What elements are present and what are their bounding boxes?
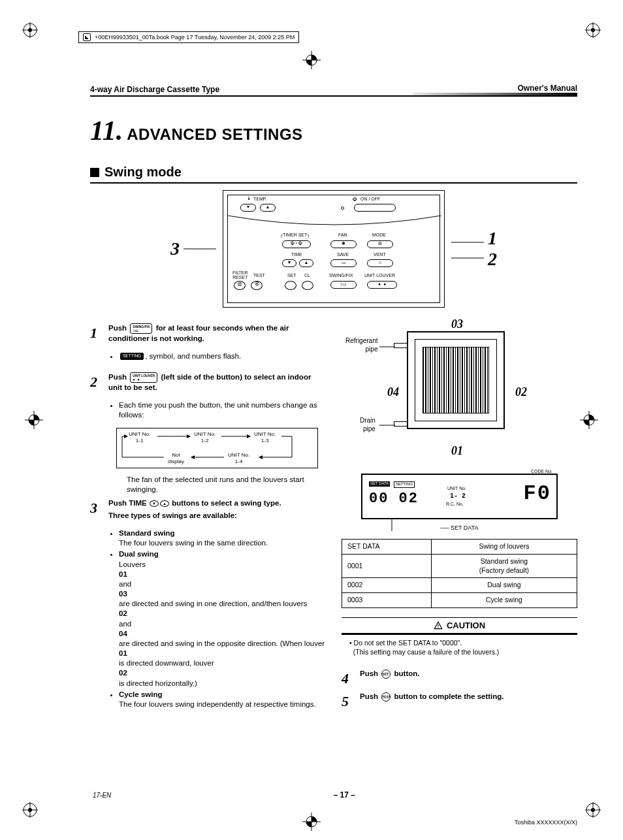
down-button-icon: ▼	[150, 500, 159, 507]
reg-mark	[585, 802, 601, 818]
louver-04: 04	[387, 385, 399, 400]
chapter-heading: 11. ADVANCED SETTINGS	[90, 115, 577, 146]
caution-box: CAUTION • Do not set the SET DATA to "00…	[342, 617, 577, 657]
header-right: Owner's Manual	[517, 84, 577, 94]
step2-bullet: Each time you push the button, the unit …	[119, 400, 326, 420]
unit-no-label: UNIT No.	[447, 485, 466, 491]
set-label: SET	[287, 273, 296, 278]
pipe-stub	[394, 343, 408, 348]
chapter-title: ADVANCED SETTINGS	[127, 125, 302, 144]
reg-mark	[22, 802, 38, 818]
caution-line1: Do not set the SET DATA to "0000".	[354, 639, 462, 647]
step-number: 5	[342, 692, 353, 711]
set-data-table: SET DATA Swing of louvers 0001 Standard …	[342, 539, 577, 608]
step-3: 3 Push TIME ▼▲ buttons to select a swing…	[90, 498, 326, 717]
pipe-stub	[394, 421, 408, 427]
code-no-label: CODE No.	[531, 468, 552, 474]
swing-fix-button-icon: SWING/FIX↕▭	[130, 323, 152, 334]
set-data-pointer-label: ── SET DATA	[342, 525, 577, 532]
louver-02: 02	[515, 385, 527, 400]
step-number: 1	[90, 323, 102, 368]
unit-no-value: 1- 2	[450, 492, 466, 500]
cassette-outline	[407, 331, 505, 429]
louver-03: 03	[451, 317, 463, 332]
cassette-diagram: 03 04 02 01 Refrigerant pipe Drain pipe	[342, 319, 577, 470]
set-button-icon: SET	[381, 670, 391, 679]
remote-controller: 🌡 TEMP. ▼ ▲ ⏻ ON / OFF ┌TIMER SET┐ ⏻ ▸ ⏻…	[223, 190, 445, 308]
set-data-value: 00 02	[369, 489, 419, 508]
step-4: 4 Push SET button.	[342, 669, 577, 688]
test-label: TEST	[253, 273, 265, 278]
swing-types-heading: Three types of swings are available:	[108, 511, 237, 519]
left-column: 1 Push SWING/FIX↕▭ for at least four sec…	[90, 319, 326, 717]
reg-mark	[302, 813, 321, 831]
table-header: SET DATA	[342, 539, 432, 554]
step2-after-text: The fan of the selected unit runs and th…	[108, 475, 326, 494]
save-label: SAVE	[337, 252, 349, 257]
step-number: 2	[90, 372, 102, 494]
rc-no-label: R.C. No.	[446, 501, 464, 507]
caution-title: CAUTION	[447, 620, 485, 631]
table-row: 0002 Dual swing	[342, 578, 577, 593]
file-tag: +00EH99933501_00Ta.book Page 17 Tuesday,…	[78, 31, 299, 43]
remote-figure: 3 🌡 TEMP. ▼ ▲ ⏻ ON / OFF ┌TIMER SET┐ ⏻ ▸…	[90, 190, 577, 308]
set-data-tag: SET DATA	[369, 481, 390, 487]
callout-3: 3	[170, 238, 180, 259]
header-left: 4-way Air Discharge Cassette Type	[90, 85, 219, 94]
leader-line	[184, 248, 216, 250]
step1-bullet: SETTING, symbol, and numbers flash.	[119, 351, 326, 361]
drain-pipe-label: Drain pipe	[360, 416, 375, 433]
callout-1: 1	[488, 228, 497, 249]
filter-reset-label: FILTER RESET	[232, 270, 248, 280]
setting-tag: SETTING	[394, 481, 415, 488]
grille-icon	[423, 347, 489, 413]
temp-label: TEMP.	[253, 197, 267, 201]
standard-swing-item: Standard swing The four louvers swing in…	[119, 528, 326, 548]
time-label: TIME	[291, 252, 302, 257]
mode-label: MODE	[372, 233, 386, 237]
reg-mark	[25, 411, 43, 429]
test-button-icon: TEST	[381, 692, 391, 702]
square-bullet-icon	[90, 168, 99, 177]
content-area: 4-way Air Discharge Cassette Type Owner'…	[90, 84, 577, 814]
section-heading: Swing mode	[90, 165, 577, 184]
leader-line	[451, 234, 484, 263]
page: +00EH99933501_00Ta.book Page 17 Tuesday,…	[0, 0, 623, 840]
reg-mark	[585, 22, 601, 38]
code-no-value: F0	[524, 480, 551, 508]
caution-line2: (This setting may cause a failure of the…	[353, 648, 500, 656]
step-2: 2 Push UNIT LOUVER● ● (left side of the …	[90, 372, 326, 494]
panel-curve	[227, 216, 441, 229]
table-row: 0001 Standard swing (Factory default)	[342, 554, 577, 578]
step-number: 3	[90, 498, 102, 717]
timer-set-label: ┌TIMER SET┐	[280, 233, 310, 237]
reg-mark	[580, 411, 598, 429]
fan-label: FAN	[338, 233, 347, 237]
cycle-swing-item: Cycle swing The four louvers swing indep…	[119, 690, 326, 709]
footer-left: 17-EN	[90, 792, 111, 799]
running-header: 4-way Air Discharge Cassette Type Owner'…	[90, 84, 577, 97]
cl-label: CL	[304, 273, 310, 278]
lcd-figure: CODE No. SET DATA SETTING 00 02 UNIT No.…	[342, 474, 577, 532]
unit-louver-button-icon: UNIT LOUVER● ●	[130, 372, 157, 383]
up-button-icon: ▲	[160, 500, 169, 507]
onoff-label: ON / OFF	[360, 197, 380, 201]
louver-01: 01	[451, 444, 463, 459]
table-row: 0003 Cycle swing	[342, 593, 577, 608]
reg-mark	[302, 51, 321, 69]
setting-tag-icon: SETTING	[120, 353, 144, 360]
chapter-number: 11.	[90, 115, 123, 146]
unit-louver-label: UNIT LOUVER	[364, 273, 395, 278]
callout-2: 2	[488, 249, 497, 270]
footer: 17-EN – 17 –	[90, 790, 577, 800]
table-header: Swing of louvers	[431, 539, 577, 554]
step-number: 4	[342, 669, 353, 688]
step-5: 5 Push TEST button to complete the setti…	[342, 692, 577, 711]
footer-right: Toshiba XXXXXXX(X/X)	[515, 819, 577, 826]
vent-label: VENT	[374, 252, 386, 257]
unit-cycle-diagram: UNIT No. 1-1 UNIT No. 1-2 UNIT No. 1-3 U…	[116, 428, 318, 468]
dual-swing-item: Dual swing Louvers 01 and 03 are directe…	[119, 549, 326, 688]
step-1: 1 Push SWING/FIX↕▭ for at least four sec…	[90, 323, 326, 368]
page-number: – 17 –	[333, 790, 355, 800]
warning-icon	[434, 621, 443, 630]
